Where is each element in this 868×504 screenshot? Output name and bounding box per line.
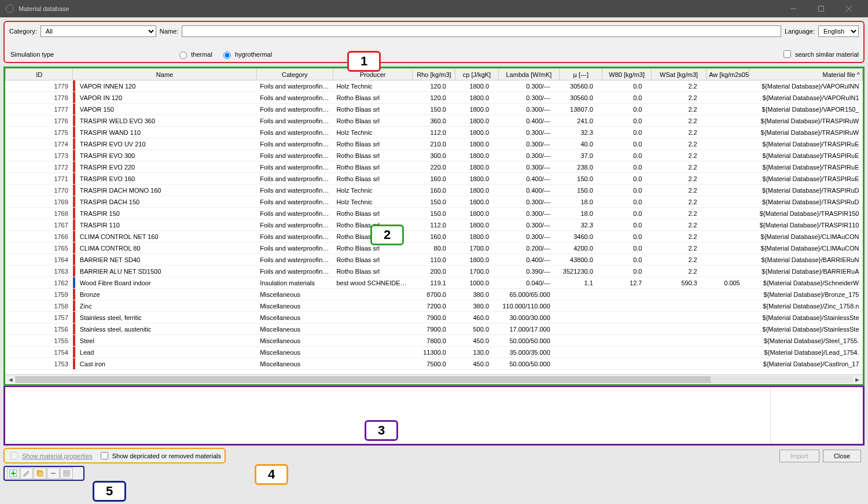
table-row[interactable]: 1773TRASPIR EVO 300Foils and waterproofi… (6, 150, 863, 161)
display-options: Show material properties Show depricated… (3, 448, 226, 463)
simulation-type-label: Simulation type (10, 51, 54, 58)
col-8[interactable]: W80 [kg/m3] (602, 69, 652, 80)
table-row[interactable]: 1758ZincMiscellaneous7200.0380.0110.000/… (6, 300, 863, 312)
svg-rect-1 (819, 6, 824, 12)
callout-2: 2 (370, 225, 404, 245)
table-row[interactable]: 1757Stainless steel, ferriticMiscellaneo… (6, 312, 863, 323)
table-row[interactable]: 1778VAPOR IN 120Foils and waterproofing … (6, 92, 863, 104)
import-button[interactable]: Import (779, 450, 819, 462)
col-6[interactable]: Lambda [W/mK] (498, 69, 560, 80)
copy-icon[interactable] (34, 468, 46, 479)
table-row[interactable]: 1769TRASPIR DACH 150Foils and waterproof… (6, 196, 863, 208)
col-11[interactable]: Material file ^ (749, 69, 863, 80)
category-select[interactable]: All (41, 25, 156, 37)
svg-rect-10 (64, 470, 69, 476)
material-table-frame: IDNameCategoryProducerRho [kg/m3]cp [J/k… (3, 67, 865, 386)
scroll-right-icon[interactable]: ► (853, 376, 862, 384)
scroll-left-icon[interactable]: ◄ (6, 376, 15, 384)
close-window-button[interactable] (836, 0, 862, 17)
filter-panel: Category: All Name: Language: English Si… (3, 21, 865, 63)
radio-hygrothermal[interactable]: hygrothermal (220, 50, 272, 59)
maximize-button[interactable] (808, 0, 834, 17)
table-row[interactable]: 1763BARRIER ALU NET SD1500Foils and wate… (6, 266, 863, 277)
name-label: Name: (160, 28, 178, 35)
table-row[interactable]: 1771TRASPIR EVO 160Foils and waterproofi… (6, 173, 863, 185)
titlebar: Material database (0, 0, 868, 17)
scroll-thumb[interactable] (15, 376, 711, 383)
table-row[interactable]: 1777VAPOR 150Foils and waterproofing ...… (6, 104, 863, 115)
callout-1: 1 (347, 51, 381, 72)
remove-icon[interactable] (47, 468, 60, 479)
table-header[interactable]: IDNameCategoryProducerRho [kg/m3]cp [J/k… (6, 69, 863, 80)
col-2[interactable]: Category (256, 69, 333, 80)
show-deprecated-checkbox[interactable]: Show depricated or removed materials (98, 450, 221, 461)
svg-rect-8 (38, 472, 43, 476)
table-row[interactable]: 1768TRASPIR 150Foils and waterproofing .… (6, 208, 863, 219)
search-similar-checkbox[interactable]: search similar material (781, 49, 859, 60)
table-row[interactable]: 1766CLIMA CONTROL NET 160Foils and water… (6, 231, 863, 242)
table-row[interactable]: 1764BARRIER NET SD40Foils and waterproof… (6, 254, 863, 266)
table-row[interactable]: 1779VAPOR INNEN 120Foils and waterproofi… (6, 80, 863, 92)
language-label: Language: (785, 28, 815, 35)
minimize-button[interactable] (780, 0, 807, 17)
table-row[interactable]: 1762Wood Fibre Board indoorInsulation ma… (6, 277, 863, 289)
window-title: Material database (19, 5, 69, 12)
col-7[interactable]: µ [---] (560, 69, 602, 80)
horizontal-scrollbar[interactable]: ◄ ► (5, 374, 863, 384)
callout-3: 3 (365, 420, 398, 441)
preview-side (770, 387, 863, 444)
app-icon (6, 5, 14, 13)
close-button[interactable]: Close (823, 450, 861, 462)
language-select[interactable]: English (818, 25, 859, 37)
col-1[interactable]: Name (73, 69, 256, 80)
table-row[interactable]: 1753Cast ironMiscellaneous7500.0450.050.… (6, 358, 863, 370)
col-0[interactable]: ID (6, 69, 73, 80)
table-row[interactable]: 1765CLIMA CONTROL 80Foils and waterproof… (6, 242, 863, 254)
table-row[interactable]: 1772TRASPIR EVO 220Foils and waterproofi… (6, 161, 863, 173)
table-row[interactable]: 1755SteelMiscellaneous7800.0450.050.000/… (6, 335, 863, 347)
table-row[interactable]: 1754LeadMiscellaneous11300.0130.035.000/… (6, 347, 863, 358)
col-10[interactable]: Aw [kg/m2s05] (707, 69, 749, 80)
table-row[interactable]: 1759BronzeMiscellaneous8700.0380.065.000… (6, 289, 863, 300)
radio-thermal[interactable]: thermal (176, 50, 212, 59)
add-icon[interactable] (7, 468, 20, 479)
name-input[interactable] (182, 25, 781, 37)
table-row[interactable]: 1774TRASPIR EVO UV 210Foils and waterpro… (6, 138, 863, 150)
col-9[interactable]: WSat [kg/m3] (651, 69, 706, 80)
table-row[interactable]: 1775TRASPIR WAND 110Foils and waterproof… (6, 127, 863, 138)
callout-4: 4 (255, 464, 288, 485)
show-material-properties-checkbox[interactable]: Show material properties (8, 450, 93, 461)
preview-panel (3, 386, 865, 446)
edit-toolbar (3, 466, 84, 481)
col-5[interactable]: cp [J/kgK] (455, 69, 498, 80)
table-row[interactable]: 1756Stainless steel, austeniticMiscellan… (6, 323, 863, 335)
col-4[interactable]: Rho [kg/m3] (413, 69, 455, 80)
callout-5: 5 (93, 481, 126, 502)
edit-icon[interactable] (20, 468, 33, 479)
table-row[interactable]: 1776TRASPIR WELD EVO 360Foils and waterp… (6, 115, 863, 127)
table-row[interactable]: 1770TRASPIR DACH MONO 160Foils and water… (6, 185, 863, 196)
material-table[interactable]: IDNameCategoryProducerRho [kg/m3]cp [J/k… (5, 68, 863, 370)
category-label: Category: (9, 28, 37, 35)
table-row[interactable]: 1767TRASPIR 110Foils and waterproofing .… (6, 219, 863, 231)
list-icon[interactable] (60, 468, 73, 479)
